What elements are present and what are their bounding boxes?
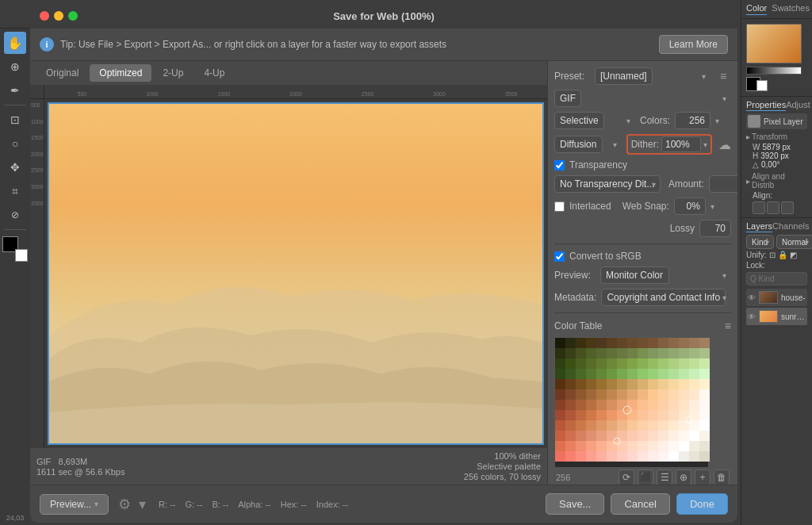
svg-rect-113 bbox=[627, 410, 638, 420]
bg-color-swatch[interactable] bbox=[756, 80, 768, 91]
layer-item-2[interactable]: 👁 sunrise bbox=[746, 308, 807, 325]
layers-tab[interactable]: Layers bbox=[746, 221, 772, 232]
eyedropper-tool[interactable]: ✒ bbox=[4, 79, 26, 102]
svg-rect-177 bbox=[668, 451, 679, 462]
no-transparency-dither-select[interactable]: No Transparency Dit... bbox=[554, 175, 661, 193]
dithering-select[interactable]: Diffusion bbox=[554, 136, 603, 153]
preset-menu-button[interactable]: ≡ bbox=[715, 68, 731, 84]
metadata-select[interactable]: Copyright and Contact Info bbox=[601, 289, 726, 306]
layer-eye-icon-1[interactable]: 👁 bbox=[748, 293, 756, 302]
color-count: 256 bbox=[556, 473, 570, 482]
svg-rect-180 bbox=[699, 451, 710, 462]
tab-original[interactable]: Original bbox=[36, 64, 88, 82]
preview-dropdown-icon[interactable]: ▾ bbox=[139, 496, 146, 513]
hand-tool[interactable]: ✋ bbox=[4, 32, 26, 54]
color-table-btn-3[interactable]: ☰ bbox=[657, 469, 672, 485]
svg-rect-130 bbox=[648, 420, 658, 431]
swatches-panel-tab[interactable]: Swatches bbox=[772, 3, 810, 15]
color-table-btn-2[interactable]: ⬛ bbox=[638, 469, 653, 485]
bottom-right-buttons: Save... Cancel Done bbox=[546, 493, 728, 515]
dither-input[interactable] bbox=[661, 136, 701, 152]
lossy-input[interactable] bbox=[699, 220, 731, 237]
svg-rect-124 bbox=[586, 420, 596, 431]
svg-rect-163 bbox=[679, 441, 689, 451]
save-button[interactable]: Save... bbox=[546, 493, 604, 515]
color-table-btn-5[interactable]: + bbox=[695, 469, 710, 485]
minimize-button[interactable] bbox=[54, 11, 63, 21]
save-for-web-dialog: Save for Web (100%) i Tip: Use File > Ex… bbox=[30, 3, 734, 523]
tab-4up[interactable]: 4-Up bbox=[194, 64, 234, 82]
convert-srgb-checkbox[interactable] bbox=[554, 251, 565, 262]
color-table-btn-4[interactable]: ⊕ bbox=[676, 469, 691, 485]
crop-tool[interactable]: ⊡ bbox=[4, 109, 26, 131]
preview-select[interactable]: Monitor Color bbox=[600, 266, 669, 284]
color-reduction-select[interactable]: Selective bbox=[554, 112, 604, 129]
align-btn-2[interactable] bbox=[767, 201, 779, 214]
svg-rect-53 bbox=[627, 369, 638, 379]
color-table-menu[interactable]: ≡ bbox=[725, 320, 731, 332]
color-gradient-swatch[interactable] bbox=[746, 24, 802, 63]
background-color[interactable] bbox=[15, 249, 28, 262]
svg-rect-81 bbox=[607, 389, 617, 400]
learn-more-button[interactable]: Learn More bbox=[659, 35, 728, 54]
color-table-btn-6[interactable]: 🗑 bbox=[714, 469, 730, 485]
color-table-btn-1[interactable]: ⟳ bbox=[619, 469, 634, 485]
tab-optimized[interactable]: Optimized bbox=[90, 64, 151, 82]
tip-text: Tip: Use File > Export > Export As... or… bbox=[60, 39, 653, 50]
color-panel-tab[interactable]: Color bbox=[746, 3, 767, 15]
svg-rect-56 bbox=[658, 369, 668, 379]
tab-2up[interactable]: 2-Up bbox=[153, 64, 193, 82]
svg-rect-141 bbox=[607, 431, 617, 441]
cancel-button[interactable]: Cancel bbox=[611, 493, 669, 515]
layer-thumb-1 bbox=[759, 291, 778, 304]
svg-rect-91 bbox=[555, 400, 565, 410]
preset-select[interactable]: [Unnamed] bbox=[595, 67, 653, 85]
zoom-tool[interactable]: ⊕ bbox=[4, 56, 26, 78]
normal-select[interactable]: Normal bbox=[776, 235, 812, 249]
layer-eye-icon-2[interactable]: 👁 bbox=[748, 312, 756, 321]
svg-rect-6 bbox=[607, 338, 617, 348]
svg-rect-99 bbox=[638, 400, 648, 410]
color-spectrum-bar[interactable] bbox=[746, 67, 802, 75]
align-btn-3[interactable] bbox=[781, 201, 794, 214]
svg-rect-168 bbox=[576, 451, 586, 462]
adjust-tab[interactable]: Adjust bbox=[786, 100, 810, 111]
svg-rect-13 bbox=[679, 338, 689, 348]
svg-rect-115 bbox=[648, 410, 658, 420]
layer-item-1[interactable]: 👁 house- bbox=[746, 289, 807, 306]
interlaced-checkbox[interactable] bbox=[554, 201, 565, 212]
preview-settings-icon[interactable]: ⚙ bbox=[118, 496, 131, 513]
canvas-wrapper bbox=[48, 102, 544, 445]
preview-button[interactable]: Preview... ▾ bbox=[40, 494, 109, 515]
web-snap-input[interactable] bbox=[674, 197, 706, 215]
svg-rect-8 bbox=[627, 338, 638, 348]
hide-slices-tool[interactable]: ⊘ bbox=[4, 204, 26, 226]
preset-label: Preset: bbox=[554, 71, 590, 82]
layer-search-input[interactable] bbox=[746, 272, 807, 285]
unify-icon[interactable]: ⊡ bbox=[769, 251, 776, 259]
pixel-layer-icon bbox=[748, 115, 760, 128]
view-tabs: Original Optimized 2-Up 4-Up bbox=[30, 61, 547, 85]
format-select[interactable]: GIF bbox=[554, 90, 581, 107]
kind-select[interactable]: Kind bbox=[746, 235, 774, 249]
lock-icon[interactable]: 🔒 bbox=[778, 251, 787, 259]
move-tool[interactable]: ✥ bbox=[4, 156, 26, 178]
fill-icon[interactable]: ◩ bbox=[790, 251, 797, 259]
channels-tab[interactable]: Channels bbox=[772, 221, 809, 232]
close-button[interactable] bbox=[40, 11, 49, 21]
colors-input[interactable] bbox=[675, 112, 710, 129]
align-btn-1[interactable] bbox=[753, 201, 765, 214]
svg-rect-140 bbox=[596, 431, 607, 441]
svg-rect-152 bbox=[565, 441, 576, 451]
svg-rect-71 bbox=[658, 379, 668, 389]
properties-tab[interactable]: Properties bbox=[746, 100, 786, 111]
amount-select[interactable] bbox=[709, 175, 737, 193]
lasso-tool[interactable]: ○ bbox=[4, 132, 26, 155]
color-picker-area bbox=[741, 19, 812, 96]
transparency-checkbox[interactable] bbox=[554, 160, 565, 171]
done-button[interactable]: Done bbox=[676, 493, 728, 515]
slice-tool[interactable]: ⌗ bbox=[4, 180, 26, 202]
maximize-button[interactable] bbox=[68, 11, 78, 21]
svg-rect-74 bbox=[689, 379, 699, 389]
svg-rect-145 bbox=[648, 431, 658, 441]
